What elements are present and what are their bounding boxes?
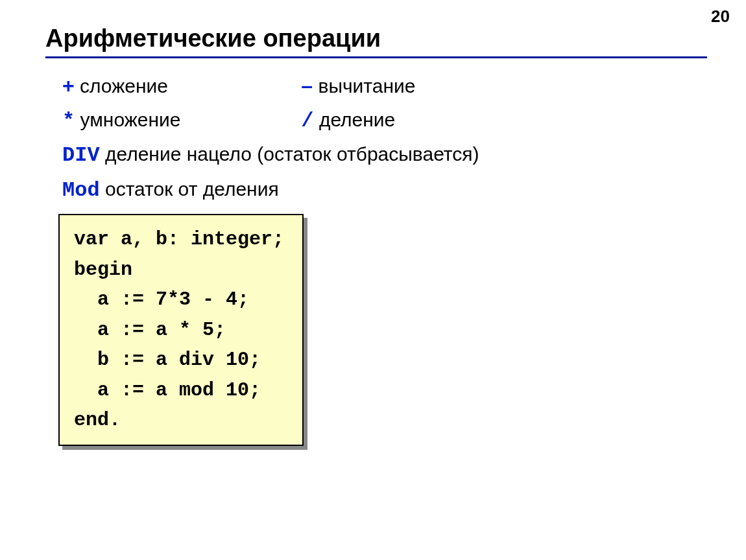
div-keyword: DIV — [62, 143, 100, 167]
code-shadow: var a, b: integer; begin a := 7*3 - 4; a… — [62, 218, 307, 450]
mod-keyword: Mod — [62, 178, 100, 202]
modkw-label: остаток от деления — [100, 178, 279, 200]
minus-label: вычитание — [313, 75, 415, 97]
plus-symbol: + — [62, 74, 75, 97]
code-example: var a, b: integer; begin a := 7*3 - 4; a… — [62, 218, 707, 450]
code-line-2: begin — [74, 255, 284, 285]
div-label: деление — [314, 109, 396, 130]
title-underline — [45, 56, 707, 58]
row-div-keyword: DIV деление нацело (остаток отбрасываетс… — [62, 139, 707, 172]
minus-symbol: – — [301, 74, 313, 97]
operations-list: + сложение – вычитание * умножение / дел… — [62, 70, 707, 206]
slide-title: Арифметические операции — [45, 25, 707, 52]
code-line-5: b := a div 10; — [74, 345, 284, 375]
slide: 20 Арифметические операции + сложение – … — [0, 0, 746, 560]
mul-label: умножение — [75, 109, 180, 130]
code-line-1: var a, b: integer; — [74, 224, 284, 255]
code-line-3: a := 7*3 - 4; — [74, 285, 284, 315]
plus-label: сложение — [75, 75, 168, 97]
row-add-sub: + сложение – вычитание — [62, 70, 707, 102]
slash-symbol: / — [301, 109, 313, 133]
page-number: 20 — [711, 6, 730, 27]
code-box: var a, b: integer; begin a := 7*3 - 4; a… — [58, 214, 304, 446]
code-line-4: a := a * 5; — [74, 315, 284, 345]
code-line-6: a := a mod 10; — [74, 375, 284, 406]
row-mod-keyword: Mod остаток от деления — [62, 174, 707, 207]
asterisk-symbol: * — [62, 109, 75, 133]
code-line-7: end. — [74, 405, 284, 436]
row-mul-div: * умножение / деление — [62, 105, 707, 137]
divkw-label: деление нацело (остаток отбрасывается) — [100, 143, 479, 165]
